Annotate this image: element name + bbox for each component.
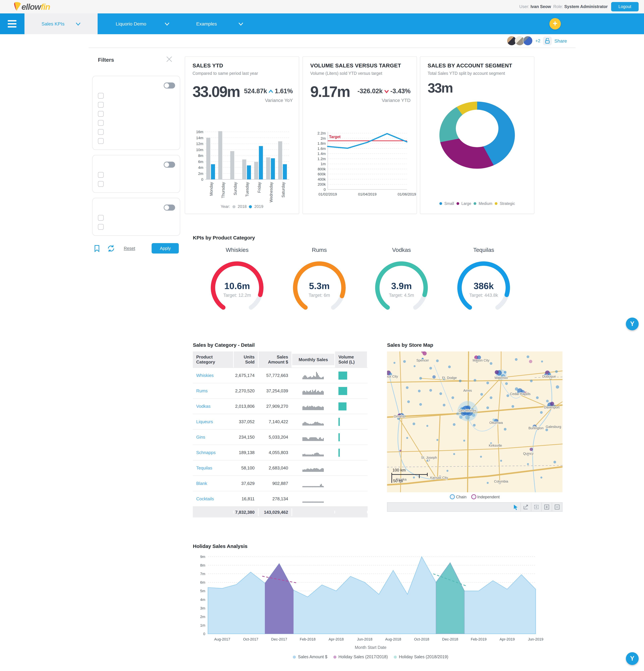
column-header[interactable]: Units Sold: [234, 352, 258, 368]
caret-down-icon: [384, 89, 389, 93]
category-link[interactable]: Vodkas: [196, 404, 211, 409]
svg-text:3.9m: 3.9m: [391, 281, 412, 291]
divider: [89, 48, 576, 48]
svg-text:100 km: 100 km: [392, 468, 406, 472]
select-all-toggle[interactable]: [164, 83, 175, 89]
logout-button[interactable]: Logout: [611, 2, 639, 11]
checkbox[interactable]: [98, 138, 104, 144]
avatar[interactable]: [523, 36, 533, 46]
volume-sold-cell: [335, 385, 368, 396]
sales-amount-cell: 27,909,270: [258, 402, 292, 410]
reset-link[interactable]: Reset: [124, 246, 135, 251]
filter-option[interactable]: [98, 100, 175, 109]
column-header[interactable]: Sales Amount $: [258, 352, 292, 368]
column-header[interactable]: Volume Sold (L): [335, 352, 368, 368]
nav-menu-liquorio-demo[interactable]: Liquorio Demo: [116, 13, 169, 34]
column-header[interactable]: Product Category: [193, 352, 234, 368]
checkbox[interactable]: [98, 93, 104, 99]
unlock-icon[interactable]: [543, 36, 552, 45]
column-header[interactable]: Monthly Sales: [292, 354, 335, 365]
card-title: SALES YTD: [192, 63, 293, 69]
checkbox[interactable]: [98, 224, 104, 230]
units-sold-cell: 337,052: [234, 418, 258, 426]
units-sold-cell: 2,013,806: [234, 402, 258, 410]
zoom-out-icon[interactable]: [552, 503, 562, 511]
filter-option[interactable]: [98, 137, 175, 145]
checkbox[interactable]: [98, 129, 104, 135]
volume-sold-cell: [335, 467, 368, 469]
svg-text:Apr-2019: Apr-2019: [500, 637, 515, 641]
filter-option[interactable]: [98, 109, 175, 118]
filter-option[interactable]: [98, 222, 175, 231]
filter-option[interactable]: [98, 127, 175, 137]
svg-text:2m: 2m: [198, 172, 203, 176]
select-all-toggle[interactable]: [164, 205, 175, 211]
svg-text:1m: 1m: [200, 623, 205, 628]
svg-text:Tuesday: Tuesday: [245, 182, 249, 197]
filter-group-premium-category: [92, 76, 180, 150]
yellowfin-assistant-badge[interactable]: Y: [626, 652, 639, 665]
share-button[interactable]: Share: [554, 38, 567, 43]
checkbox[interactable]: [98, 102, 104, 107]
map-city-label: Mason City: [472, 358, 489, 362]
category-link[interactable]: Liqueurs: [196, 419, 213, 424]
card-subtitle: Total Sales YTD split by account segment: [428, 71, 528, 76]
gauge-label: Rums: [280, 247, 358, 254]
close-icon[interactable]: [166, 56, 172, 64]
checkbox[interactable]: [98, 215, 104, 221]
refresh-icon[interactable]: [107, 244, 115, 252]
select-all-toggle[interactable]: [164, 162, 175, 168]
checkbox[interactable]: [98, 120, 104, 126]
gauge-whiskies: Whiskies10.6mTarget: 12.2m: [198, 247, 276, 319]
table-row: Cocktails 16,811 278,134: [193, 491, 368, 507]
filter-option[interactable]: [98, 179, 175, 188]
filters-title: Filters: [98, 57, 114, 63]
map-city-label: Burlington: [528, 426, 544, 430]
monthly-sales-sparkline: [292, 385, 335, 396]
category-link[interactable]: Cocktails: [196, 496, 214, 501]
checkbox[interactable]: [98, 172, 104, 178]
sales-amount-cell: 902,887: [258, 480, 292, 487]
svg-text:12m: 12m: [196, 142, 203, 146]
yellowfin-assistant-badge[interactable]: Y: [626, 318, 639, 330]
svg-text:1.8m: 1.8m: [317, 141, 326, 145]
svg-text:01/02/2019: 01/02/2019: [318, 192, 337, 197]
kpi-delta-pct: -3.43%: [390, 88, 411, 95]
category-link[interactable]: Gins: [196, 434, 205, 440]
more-users-count[interactable]: +2: [535, 38, 540, 43]
filter-option[interactable]: [98, 91, 175, 100]
filter-option[interactable]: [98, 170, 175, 179]
variance-label: Variance YTD: [357, 98, 411, 103]
export-map-icon[interactable]: [520, 503, 531, 511]
monthly-sales-sparkline: [292, 462, 335, 474]
checkbox[interactable]: [98, 181, 104, 187]
fit-extent-icon[interactable]: [531, 503, 541, 511]
category-link[interactable]: Tequilas: [196, 466, 212, 470]
nav-menu-examples[interactable]: Examples: [196, 13, 243, 34]
store-map[interactable]: SpencerMason CitySioux CityFt. DodgeWate…: [387, 352, 563, 492]
apply-button[interactable]: Apply: [152, 243, 179, 254]
category-link[interactable]: Rums: [196, 388, 207, 393]
tab-sales-kpis[interactable]: Sales KPIs: [25, 13, 98, 34]
zoom-in-icon[interactable]: [541, 503, 552, 511]
tab-sales-kpis-label: Sales KPIs: [41, 21, 65, 26]
card-title: VOLUME SALES VERSUS TARGET: [310, 63, 411, 69]
svg-text:Sunday: Sunday: [233, 182, 238, 195]
category-link[interactable]: Schnapps: [196, 450, 216, 455]
pointer-tool-icon[interactable]: [510, 503, 520, 511]
bookmark-icon[interactable]: [93, 244, 101, 252]
chevron-down-icon: [239, 22, 243, 25]
svg-text:800k: 800k: [318, 167, 326, 171]
filter-option[interactable]: [98, 213, 175, 222]
table-row: Rums 2,270,520 37,254,039: [193, 383, 368, 399]
svg-text:6m: 6m: [200, 580, 205, 584]
category-link[interactable]: Blank: [196, 481, 207, 486]
checkbox[interactable]: [98, 111, 104, 117]
holiday-title: Holiday Sales Analysis: [193, 543, 248, 549]
filter-option[interactable]: [98, 118, 175, 127]
svg-text:01/04/2019: 01/04/2019: [358, 192, 377, 197]
add-button[interactable]: +: [550, 18, 561, 29]
category-link[interactable]: Whiskies: [196, 373, 214, 378]
svg-text:Wednesday: Wednesday: [269, 182, 273, 203]
menu-hamburger-icon[interactable]: [0, 13, 24, 34]
